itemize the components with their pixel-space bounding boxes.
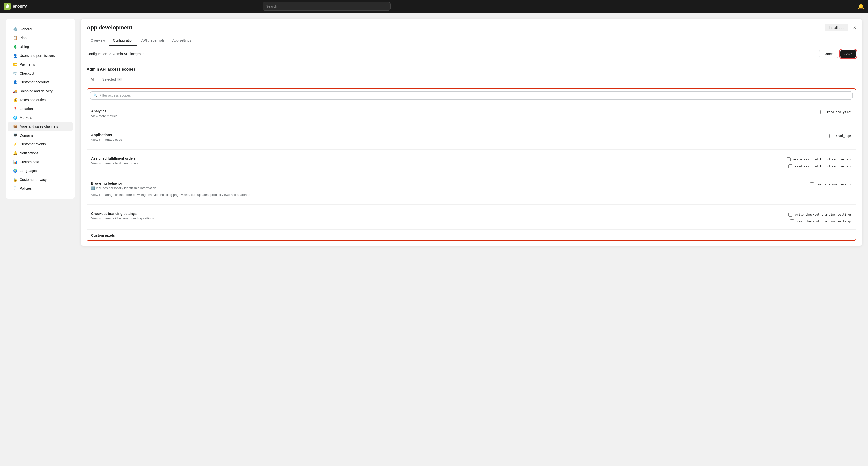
topnav-actions: 🔔 — [858, 3, 864, 9]
tab-api-credentials[interactable]: API credentials — [137, 35, 168, 46]
sidebar-item-users[interactable]: 👤 Users and permissions — [8, 51, 73, 60]
scope-browsing-left: Browsing behavior ℹ️ Includes personally… — [91, 181, 810, 200]
sidebar-label-domains: Domains — [20, 133, 68, 137]
sidebar-label-taxes: Taxes and duties — [20, 98, 68, 102]
close-button[interactable]: × — [853, 25, 856, 31]
user-icon: 👤 — [13, 54, 17, 58]
shopify-logo[interactable]: shopify — [4, 3, 27, 10]
breadcrumb-link[interactable]: Configuration — [87, 52, 107, 56]
scope-fulfillment-perm-1: read_assigned_fulfillment_orders — [788, 163, 852, 169]
selected-tab-label: Selected — [102, 77, 116, 81]
scope-checkout-branding-perm-0: write_checkout_branding_settings — [788, 211, 852, 218]
sidebar-item-locations[interactable]: 📍 Locations — [8, 104, 73, 113]
scope-group-browsing: Browsing behavior ℹ️ Includes personally… — [87, 174, 856, 205]
notifications-icon[interactable]: 🔔 — [858, 3, 864, 9]
location-icon: 📍 — [13, 106, 17, 111]
sidebar-item-general[interactable]: ⚙️ General — [8, 25, 73, 33]
sidebar-item-shipping[interactable]: 🚚 Shipping and delivery — [8, 87, 73, 96]
search-input[interactable] — [262, 2, 391, 10]
filter-search-icon: 🔍 — [93, 94, 97, 97]
notif-icon: 🔔 — [13, 151, 17, 155]
tab-overview[interactable]: Overview — [87, 35, 109, 46]
breadcrumb: Configuration > Admin API integration — [87, 52, 146, 56]
scope-browsing-title: Browsing behavior — [91, 181, 810, 185]
scope-applications-left: Applications View or manage apps — [91, 133, 829, 144]
inner-tab-all[interactable]: All — [87, 75, 98, 85]
save-button[interactable]: Save — [840, 50, 856, 58]
sidebar-item-domains[interactable]: 🖥️ Domains — [8, 131, 73, 140]
scope-browsing-perm-0: read_customer_events — [810, 181, 852, 187]
label-read-checkout-branding: read_checkout_branding_settings — [797, 220, 852, 223]
install-app-button[interactable]: Install app — [825, 24, 848, 32]
sidebar-label-customer-accounts: Customer accounts — [20, 80, 68, 84]
scope-applications-title: Applications — [91, 133, 829, 137]
sidebar-label-policies: Policies — [20, 187, 68, 191]
sidebar-item-languages[interactable]: 🌍 Languages — [8, 166, 73, 175]
scopes-container: 🔍 Analytics View store metrics — [87, 88, 856, 241]
breadcrumb-actions: Cancel Save — [819, 50, 856, 58]
selected-tab-badge: 2 — [117, 77, 122, 81]
inner-tab-selected[interactable]: Selected 2 — [98, 75, 126, 85]
sidebar-label-checkout: Checkout — [20, 71, 68, 75]
scope-analytics-right: read_analytics — [820, 109, 852, 115]
sidebar-item-markets[interactable]: 🌐 Markets — [8, 113, 73, 122]
checkbox-read-customer-events[interactable] — [810, 182, 814, 186]
modal-header: App development Install app × — [81, 19, 862, 32]
billing-icon: 💲 — [13, 44, 17, 49]
scope-group-applications: Applications View or manage apps read_ap… — [87, 126, 856, 149]
scope-group-analytics: Analytics View store metrics read_analyt… — [87, 102, 856, 126]
scope-browsing-subdesc: View or manage online-store browsing beh… — [91, 193, 810, 197]
scope-checkout-branding-right: write_checkout_branding_settings read_ch… — [788, 211, 852, 224]
scope-browsing-row: Browsing behavior ℹ️ Includes personally… — [91, 178, 852, 202]
scope-applications-desc: View or manage apps — [91, 138, 829, 141]
languages-icon: 🌍 — [13, 169, 17, 173]
checkbox-write-checkout-branding[interactable] — [788, 212, 793, 217]
tab-app-settings[interactable]: App settings — [168, 35, 195, 46]
scope-analytics-title: Analytics — [91, 109, 820, 113]
markets-icon: 🌐 — [13, 115, 17, 120]
scope-fulfillment-row: Assigned fulfillment orders View or mana… — [91, 154, 852, 172]
sidebar-item-plan[interactable]: 📋 Plan — [8, 33, 73, 42]
sidebar-item-notifications[interactable]: 🔔 Notifications — [8, 148, 73, 158]
scope-applications-row: Applications View or manage apps read_ap… — [91, 130, 852, 147]
sidebar-item-billing[interactable]: 💲 Billing — [8, 42, 73, 51]
breadcrumb-current: Admin API integration — [113, 52, 146, 56]
filter-input[interactable] — [99, 94, 849, 97]
custom-data-icon: 📊 — [13, 160, 17, 164]
search-bar[interactable] — [262, 2, 391, 10]
sidebar-item-payments[interactable]: 💳 Payments — [8, 60, 73, 69]
scope-group-custom-pixels: Custom pixels — [87, 230, 856, 240]
cancel-button[interactable]: Cancel — [819, 50, 838, 58]
sidebar-item-checkout[interactable]: 🛒 Checkout — [8, 69, 73, 78]
scope-analytics-row: Analytics View store metrics read_analyt… — [91, 106, 852, 124]
sidebar-item-custom-data[interactable]: 📊 Custom data — [8, 158, 73, 166]
checkbox-read-assigned-fulfillment[interactable] — [788, 164, 793, 168]
info-icon: ℹ️ — [91, 187, 95, 190]
tab-configuration[interactable]: Configuration — [109, 35, 137, 46]
scope-browsing-right: read_customer_events — [810, 181, 852, 187]
modal-tabs: Overview Configuration API credentials A… — [81, 35, 862, 46]
checkbox-read-analytics[interactable] — [820, 110, 825, 114]
sidebar-item-apps[interactable]: 📦 Apps and sales channels — [8, 122, 73, 131]
policies-icon: 📄 — [13, 186, 17, 191]
filter-bar: 🔍 — [87, 89, 856, 102]
sidebar-item-customer-accounts[interactable]: 👤 Customer accounts — [8, 78, 73, 87]
all-tab-label: All — [91, 77, 95, 81]
checkbox-write-assigned-fulfillment[interactable] — [787, 158, 790, 161]
checkbox-read-apps[interactable] — [829, 134, 833, 138]
sidebar-label-locations: Locations — [20, 107, 68, 111]
taxes-icon: 💰 — [13, 98, 17, 102]
filter-input-wrapper[interactable]: 🔍 — [90, 91, 853, 100]
sidebar-item-taxes[interactable]: 💰 Taxes and duties — [8, 96, 73, 104]
accounts-icon: 👤 — [13, 80, 17, 85]
scope-fulfillment-right: write_assigned_fulfillment_orders read_a… — [787, 157, 852, 169]
sidebar-item-customer-privacy[interactable]: 🔒 Customer privacy — [8, 175, 73, 184]
scope-group-fulfillment: Assigned fulfillment orders View or mana… — [87, 149, 856, 174]
checkbox-read-checkout-branding[interactable] — [790, 220, 794, 224]
shipping-icon: 🚚 — [13, 89, 17, 93]
sidebar-item-policies[interactable]: 📄 Policies — [8, 184, 73, 193]
sidebar-item-customer-events[interactable]: ⚡ Customer events — [8, 140, 73, 148]
breadcrumb-bar: Configuration > Admin API integration Ca… — [81, 46, 862, 62]
sidebar-label-general: General — [20, 27, 68, 31]
sidebar-label-markets: Markets — [20, 115, 68, 120]
